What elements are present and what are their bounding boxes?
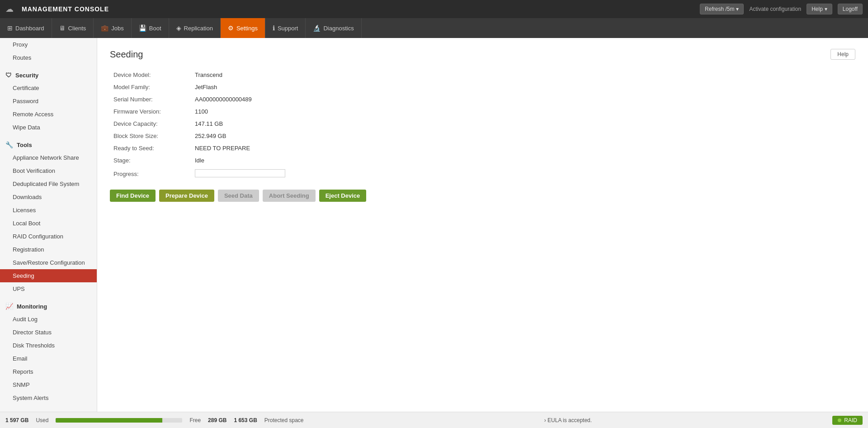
sidebar: Proxy Routes 🛡 Security Certificate Pass… — [0, 38, 97, 412]
sidebar-item-raid-configuration[interactable]: RAID Configuration — [0, 230, 97, 243]
tools-section-icon: 🔧 — [5, 141, 13, 148]
nav-clients[interactable]: 🖥 Clients — [52, 18, 94, 38]
nav-diagnostics[interactable]: 🔬 Diagnostics — [306, 18, 361, 38]
nav-boot[interactable]: 💾 Boot — [132, 18, 169, 38]
monitoring-section-icon: 📈 — [5, 303, 13, 310]
sidebar-item-appliance-network-share[interactable]: Appliance Network Share — [0, 151, 97, 164]
sidebar-item-registration[interactable]: Registration — [0, 243, 97, 256]
table-row: Model Family: JetFlash — [110, 81, 426, 93]
sidebar-item-password[interactable]: Password — [0, 95, 97, 108]
sidebar-item-proxy[interactable]: Proxy — [0, 38, 97, 51]
seeding-info-table: Device Model: Transcend Model Family: Je… — [110, 69, 426, 181]
seed-data-button[interactable]: Seed Data — [218, 190, 259, 202]
used-label: Used — [36, 417, 48, 423]
sidebar-item-certificate[interactable]: Certificate — [0, 81, 97, 95]
logo-icon: ☁ — [5, 4, 14, 14]
eject-device-button[interactable]: Eject Device — [319, 190, 367, 202]
sidebar-item-ups[interactable]: UPS — [0, 282, 97, 295]
firmware-version-value: 1100 — [191, 105, 426, 118]
clients-icon: 🖥 — [59, 24, 66, 32]
main-layout: Proxy Routes 🛡 Security Certificate Pass… — [0, 38, 868, 412]
storage-bar-fill — [56, 418, 162, 423]
sidebar-section-security: 🛡 Security — [0, 67, 97, 81]
raid-indicator-icon — [838, 418, 841, 422]
block-store-size-label: Block Store Size: — [110, 130, 191, 142]
serial-number-label: Serial Number: — [110, 93, 191, 105]
prepare-device-button[interactable]: Prepare Device — [159, 190, 214, 202]
nav-support[interactable]: ℹ Support — [265, 18, 306, 38]
block-store-size-value: 252.949 GB — [191, 130, 426, 142]
free-label: Free — [189, 417, 201, 423]
diagnostics-icon: 🔬 — [313, 24, 321, 32]
refresh-dropdown-icon[interactable]: ▾ — [736, 6, 739, 12]
sidebar-section-monitoring-label: Monitoring — [17, 303, 47, 310]
nav-replication-label: Replication — [184, 25, 213, 32]
sidebar-item-seeding[interactable]: Seeding — [0, 269, 97, 282]
sidebar-item-reports[interactable]: Reports — [0, 365, 97, 378]
sidebar-item-director-status[interactable]: Director Status — [0, 326, 97, 339]
sidebar-item-deduplicated-file-system[interactable]: Deduplicated File System — [0, 177, 97, 190]
nav-settings-label: Settings — [236, 25, 258, 32]
sidebar-item-licenses[interactable]: Licenses — [0, 204, 97, 217]
progress-bar-container — [195, 169, 285, 177]
sidebar-item-local-boot[interactable]: Local Boot — [0, 217, 97, 230]
table-row: Progress: — [110, 166, 426, 181]
sidebar-item-system-alerts[interactable]: System Alerts — [0, 391, 97, 404]
sidebar-item-routes[interactable]: Routes — [0, 51, 97, 64]
sidebar-section-security-label: Security — [15, 72, 38, 79]
action-buttons-row: Find Device Prepare Device Seed Data Abo… — [110, 190, 855, 202]
sidebar-item-email[interactable]: Email — [0, 352, 97, 365]
sidebar-item-wipe-data[interactable]: Wipe Data — [0, 121, 97, 134]
help-button[interactable]: Help ▾ — [807, 4, 832, 14]
device-model-value: Transcend — [191, 69, 426, 81]
raid-status[interactable]: RAID — [832, 416, 863, 425]
refresh-button[interactable]: Refresh /5m ▾ — [700, 4, 744, 14]
sidebar-item-boot-verification[interactable]: Boot Verification — [0, 164, 97, 177]
device-capacity-label: Device Capacity: — [110, 118, 191, 130]
table-row: Firmware Version: 1100 — [110, 105, 426, 118]
protected-label: Protected space — [264, 417, 304, 423]
model-family-value: JetFlash — [191, 81, 426, 93]
navbar: ⊞ Dashboard 🖥 Clients 💼 Jobs 💾 Boot ◈ Re… — [0, 18, 868, 38]
nav-dashboard[interactable]: ⊞ Dashboard — [0, 18, 52, 38]
nav-jobs-label: Jobs — [111, 25, 123, 32]
abort-seeding-button[interactable]: Abort Seeding — [263, 190, 316, 202]
device-model-label: Device Model: — [110, 69, 191, 81]
content-header: Seeding Help — [110, 49, 855, 60]
boot-icon: 💾 — [139, 24, 146, 32]
nav-settings[interactable]: ⚙ Settings — [221, 18, 265, 38]
table-row: Serial Number: AA000000000000489 — [110, 93, 426, 105]
page-help-button[interactable]: Help — [830, 49, 855, 60]
sidebar-item-remote-access[interactable]: Remote Access — [0, 108, 97, 121]
nav-jobs[interactable]: 💼 Jobs — [94, 18, 131, 38]
logoff-button[interactable]: Logoff — [838, 4, 863, 14]
stage-label: Stage: — [110, 154, 191, 166]
sidebar-item-snmp[interactable]: SNMP — [0, 378, 97, 391]
model-family-label: Model Family: — [110, 81, 191, 93]
sidebar-section-tools: 🔧 Tools — [0, 137, 97, 151]
ready-to-seed-label: Ready to Seed: — [110, 142, 191, 154]
replication-icon: ◈ — [176, 24, 181, 32]
activate-button[interactable]: Activate configuration — [749, 6, 801, 12]
nav-replication[interactable]: ◈ Replication — [169, 18, 221, 38]
sidebar-item-audit-log[interactable]: Audit Log — [0, 313, 97, 326]
settings-icon: ⚙ — [228, 24, 234, 32]
sidebar-item-save-restore-configuration[interactable]: Save/Restore Configuration — [0, 256, 97, 269]
refresh-label: Refresh /5m — [705, 6, 734, 12]
support-icon: ℹ — [273, 24, 275, 32]
nav-diagnostics-label: Diagnostics — [323, 25, 354, 32]
nav-boot-label: Boot — [149, 25, 161, 32]
table-row: Device Capacity: 147.11 GB — [110, 118, 426, 130]
table-row: Stage: Idle — [110, 154, 426, 166]
used-value: 1 597 GB — [5, 417, 28, 423]
sidebar-section-monitoring: 📈 Monitoring — [0, 298, 97, 313]
find-device-button[interactable]: Find Device — [110, 190, 156, 202]
app-title: MANAGEMENT CONSOLE — [22, 5, 109, 13]
security-section-icon: 🛡 — [5, 71, 12, 79]
table-row: Ready to Seed: NEED TO PREPARE — [110, 142, 426, 154]
sidebar-item-disk-thresholds[interactable]: Disk Thresholds — [0, 339, 97, 352]
table-row: Block Store Size: 252.949 GB — [110, 130, 426, 142]
sidebar-item-downloads[interactable]: Downloads — [0, 190, 97, 204]
dashboard-icon: ⊞ — [7, 24, 13, 32]
jobs-icon: 💼 — [101, 24, 108, 32]
